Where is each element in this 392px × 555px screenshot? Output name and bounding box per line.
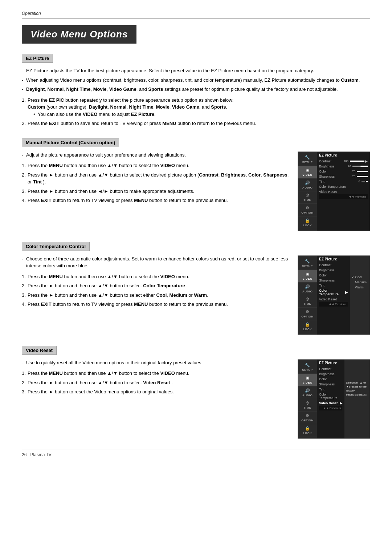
sidebar-setup-label: SETUP xyxy=(302,161,313,164)
step-item: 2. Press the ► button and then use ▲/▼ b… xyxy=(22,171,290,186)
ez-picture-sub: You can also use the VIDEO menu to adjus… xyxy=(28,111,370,118)
time-icon-2: ⏱ xyxy=(306,297,310,301)
bullet-item: Use to quickly reset all the Video menu … xyxy=(22,359,290,366)
tv-row-color-temp-selected: Color Temperature ▶ xyxy=(319,288,348,297)
step-item: 3. Press the ► button and then use ◄/► b… xyxy=(22,188,290,195)
sidebar-audio-2: 🔊 AUDIO xyxy=(298,283,317,295)
tv-bar-container: 46 xyxy=(348,165,368,168)
video-reset-body: Use to quickly reset all the Video menu … xyxy=(22,359,370,439)
bullet-item: When adjusting Video menu options (contr… xyxy=(22,77,370,84)
color-temp-body: Choose one of three automatic color adju… xyxy=(22,255,370,335)
sidebar-lock-3: 🔒 LOCK xyxy=(298,424,317,437)
sidebar-option: ⚙ OPTION xyxy=(298,204,317,216)
tv-row-label: Color xyxy=(319,377,327,381)
bullet-item: Adjust the picture appearance to suit yo… xyxy=(22,151,290,159)
step-item: 1. Press the EZ PIC button repeatedly to… xyxy=(22,97,370,118)
option-icon-2: ⚙ xyxy=(306,309,309,314)
tv-row-label: Tint xyxy=(319,180,324,183)
tv-row-contrast: Contrast 100 ▶ xyxy=(319,159,368,164)
option-icon-3: ⚙ xyxy=(306,413,309,418)
video-icon-3: ▣ xyxy=(306,376,309,380)
tv-row-value: 0 xyxy=(359,180,360,183)
tv-row-label: Color Temperature xyxy=(319,185,346,189)
ez-picture-header: EZ Picture xyxy=(22,54,53,63)
sidebar-option-label: OPTION xyxy=(301,211,314,214)
tv-menu-inner-3: 🔧 SETUP ▣ VIDEO 🔊 AUDIO ⏱ TIME xyxy=(298,360,370,438)
manual-picture-steps: 1. Press the MENU button and then use ▲/… xyxy=(22,162,290,204)
sidebar-video: ▣ VIDEO xyxy=(298,166,317,179)
sidebar-setup-label-2: SETUP xyxy=(302,264,313,268)
tv-row-brightness-2: Brightness xyxy=(319,268,348,273)
tv-row-label: Brightness xyxy=(319,268,335,272)
tv-content-manual: EZ Picture Contrast 100 ▶ Brightness 46 xyxy=(317,152,370,231)
tv-row-label: Color Temperature xyxy=(319,393,342,400)
sidebar-setup-2: 🔧 SETUP xyxy=(298,257,317,270)
tv-row-label: Brightness xyxy=(319,165,335,168)
tv-bar xyxy=(362,181,365,182)
time-icon: ⏱ xyxy=(306,193,310,198)
tv-content-video-reset: EZ Picture Contrast Brightness Color Sha… xyxy=(317,360,344,438)
tv-submenu-video-reset: Selection (▲ or ▼) resets to the factory… xyxy=(344,360,370,438)
color-temp-steps: 1. Press the MENU button and then use ▲/… xyxy=(22,273,290,308)
lock-icon-3: 🔒 xyxy=(305,426,310,431)
sidebar-time-label-2: TIME xyxy=(303,302,311,305)
step-item: 3. Press the ► button and then use ▲/▼ b… xyxy=(22,292,290,299)
tv-row-label: Video Reset xyxy=(319,401,338,405)
tv-row-sharpness: Sharpness 75 xyxy=(319,174,368,179)
step-item: 1. Press the MENU button and then use ▲/… xyxy=(22,370,290,377)
color-temp-header: Color Temperature Control xyxy=(22,242,90,251)
tv-bar-fill xyxy=(366,181,368,182)
tv-submenu-medium: Medium xyxy=(351,280,368,285)
color-temp-section: Color Temperature Control Choose one of … xyxy=(22,242,370,335)
tv-row-contrast-2: Contrast xyxy=(319,263,348,268)
tv-sidebar-2: 🔧 SETUP ▣ VIDEO 🔊 AUDIO ⏱ TIME xyxy=(298,256,317,335)
tv-row-color: Color 75 xyxy=(319,169,368,174)
video-reset-section: Video Reset Use to quickly reset all the… xyxy=(22,346,370,439)
ez-picture-steps: 1. Press the EZ PIC button repeatedly to… xyxy=(22,97,370,127)
top-divider xyxy=(22,18,370,19)
manual-picture-header: Manual Picture Control (Custom option) xyxy=(22,138,119,147)
sidebar-setup-3: 🔧 SETUP xyxy=(298,361,317,374)
tv-row-color-temp-3: Color Temperature xyxy=(319,392,342,401)
tv-sidebar: 🔧 SETUP ▣ VIDEO 🔊 AUDIO ⏱ TIME xyxy=(298,152,317,231)
sidebar-audio-label-2: AUDIO xyxy=(302,290,313,293)
sidebar-audio-3: 🔊 AUDIO xyxy=(298,386,317,399)
tv-menu-video-reset: 🔧 SETUP ▣ VIDEO 🔊 AUDIO ⏱ TIME xyxy=(298,359,370,439)
sidebar-video-2: ▣ VIDEO xyxy=(298,270,317,283)
color-temp-text: Choose one of three automatic color adju… xyxy=(22,255,290,310)
audio-icon-2: 🔊 xyxy=(305,284,310,289)
page-number: 26 Plasma TV xyxy=(22,452,370,457)
step-item: 4. Press EXIT button to return to TV vie… xyxy=(22,301,290,308)
tv-row-label: Contrast xyxy=(319,263,331,267)
tv-row-label: Contrast xyxy=(319,159,331,163)
tv-row-label: Tint xyxy=(319,284,324,287)
sidebar-lock-label: LOCK xyxy=(303,224,312,227)
manual-picture-section: Manual Picture Control (Custom option) A… xyxy=(22,138,370,231)
sidebar-audio-label-3: AUDIO xyxy=(302,394,313,397)
tv-row-contrast-3: Contrast xyxy=(319,366,342,372)
step-item: 1. Press the MENU button and then use ▲/… xyxy=(22,273,290,280)
tv-row-sharpness-2: Sharpness xyxy=(319,278,348,283)
sidebar-time-label: TIME xyxy=(303,198,311,202)
sidebar-option-label-3: OPTION xyxy=(301,419,314,422)
time-icon-3: ⏱ xyxy=(306,401,310,405)
setup-icon: 🔧 xyxy=(305,155,310,160)
tv-bar-container: 100 ▶ xyxy=(344,159,368,163)
audio-icon-3: 🔊 xyxy=(305,388,310,393)
step-item: 4. Press EXIT button to return to TV vie… xyxy=(22,197,290,204)
tv-bar xyxy=(352,166,360,167)
tv-row-label: Color Temperature xyxy=(319,289,345,296)
sidebar-video-3: ▣ VIDEO xyxy=(298,374,317,386)
sidebar-option-2: ⚙ OPTION xyxy=(298,308,317,320)
tv-row-value: 46 xyxy=(348,165,351,168)
tv-menu-inner: 🔧 SETUP ▣ VIDEO 🔊 AUDIO ⏱ TIME xyxy=(298,152,370,231)
manual-picture-text: Adjust the picture appearance to suit yo… xyxy=(22,151,290,206)
sidebar-time-3: ⏱ TIME xyxy=(298,399,317,412)
tv-row-value: 75 xyxy=(352,175,355,178)
arrow-right-icon: ▶ xyxy=(365,159,368,163)
tv-row-label: Brightness xyxy=(319,372,335,376)
tv-row-tint: Tint 0 xyxy=(319,179,368,184)
video-icon: ▣ xyxy=(306,168,309,173)
sidebar-time-label-3: TIME xyxy=(303,406,311,409)
tv-row-label: Video Reset xyxy=(319,297,337,301)
